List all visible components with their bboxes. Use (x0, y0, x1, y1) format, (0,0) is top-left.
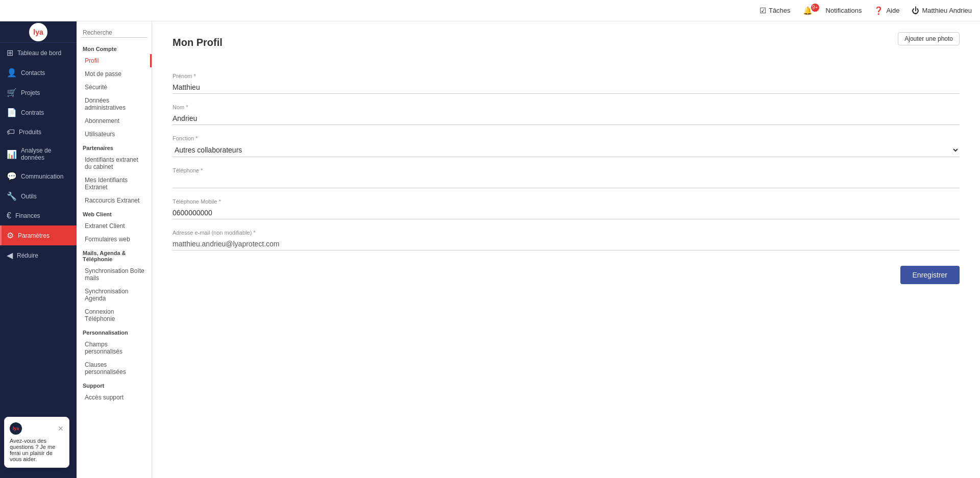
section-title-personnalisation: Personnalisation (77, 325, 152, 338)
add-photo-button[interactable]: Ajouter une photo (898, 32, 960, 45)
tasks-label: Tâches (769, 7, 791, 14)
user-menu[interactable]: ⏻ Matthieu Andrieu (912, 6, 972, 15)
chat-close-button[interactable]: ✕ (58, 424, 64, 433)
sidebar-item-outils[interactable]: 🔧 Outils (0, 186, 77, 206)
sidebar-label-tableau-de-bord: Tableau de bord (17, 49, 61, 57)
sidebar-logo: lya (0, 21, 77, 43)
email-label: Adresse e-mail (non modifiable) * (173, 230, 960, 236)
sec-item-acces-support[interactable]: Accès support (77, 391, 152, 404)
sidebar-label-produits: Produits (19, 129, 41, 136)
email-field: Adresse e-mail (non modifiable) * (173, 230, 960, 250)
sidebar-label-parametres: Paramètres (18, 232, 50, 239)
chat-bubble: lya ✕ Avez-vous des questions ? Je me fe… (4, 417, 69, 468)
sidebar-item-produits[interactable]: 🏷 Produits (0, 122, 77, 142)
fonction-label: Fonction * (173, 135, 960, 141)
notifications-button[interactable]: 🔔 9+ Notifications (803, 6, 862, 15)
email-input (173, 238, 960, 250)
sec-item-donnees-admin[interactable]: Données administratives (77, 94, 152, 114)
sec-item-identifiants-extranet[interactable]: Identifiants extranet du cabinet (77, 153, 152, 173)
help-icon: ❓ (874, 6, 884, 15)
sidebar-label-contacts: Contacts (21, 69, 45, 77)
sec-item-profil[interactable]: Profil (77, 54, 152, 67)
prenom-input[interactable] (173, 81, 960, 94)
power-icon: ⏻ (912, 6, 919, 15)
grid-icon: ⊞ (7, 48, 13, 58)
prenom-field: Prénom * (173, 73, 960, 94)
communication-icon: 💬 (7, 171, 17, 181)
sec-item-clauses-personnalisees[interactable]: Clauses personnalisées (77, 358, 152, 379)
left-sidebar: lya ⊞ Tableau de bord 👤 Contacts 🛒 Proje… (0, 21, 77, 478)
telephone-field: Téléphone * (173, 167, 960, 188)
sidebar-label-outils: Outils (21, 193, 37, 200)
contacts-icon: 👤 (7, 68, 17, 78)
fonction-select[interactable]: Autres collaborateurs (173, 143, 960, 157)
telephone-label: Téléphone * (173, 167, 960, 173)
sidebar-item-tableau-de-bord[interactable]: ⊞ Tableau de bord (0, 43, 77, 63)
sec-item-formulaires-web[interactable]: Formulaires web (77, 233, 152, 246)
section-title-web-client: Web Client (77, 207, 152, 219)
sidebar-item-parametres[interactable]: ⚙ Paramètres (0, 225, 77, 245)
section-title-mon-compte: Mon Compte (77, 42, 152, 54)
telephone-mobile-input[interactable] (173, 207, 960, 219)
page-title: Mon Profil (173, 37, 223, 48)
produits-icon: 🏷 (7, 128, 15, 137)
sidebar-label-communication: Communication (21, 173, 63, 180)
section-title-mails: Mails, Agenda & Téléphonie (77, 246, 152, 264)
sidebar-item-communication[interactable]: 💬 Communication (0, 166, 77, 186)
sec-item-extranet-client[interactable]: Extranet Client (77, 219, 152, 233)
sidebar-label-projets: Projets (21, 89, 40, 96)
sidebar-item-contrats[interactable]: 📄 Contrats (0, 103, 77, 122)
notifications-label: Notifications (826, 7, 862, 14)
tasks-icon: ☑ (760, 6, 766, 15)
sec-item-champs-personnalises[interactable]: Champs personnalisés (77, 338, 152, 358)
sidebar-label-analyse: Analyse de données (21, 147, 71, 161)
chat-bubble-header: lya ✕ (10, 422, 64, 435)
search-input[interactable] (81, 28, 148, 38)
sidebar-item-finances[interactable]: € Finances (0, 206, 77, 225)
outils-icon: 🔧 (7, 191, 17, 201)
sidebar-item-projets[interactable]: 🛒 Projets (0, 83, 77, 103)
sec-item-connexion-tel[interactable]: Connexion Téléphonie (77, 305, 152, 325)
sec-item-utilisateurs[interactable]: Utilisateurs (77, 128, 152, 141)
nom-label: Nom * (173, 104, 960, 110)
section-title-partenaires: Partenaires (77, 141, 152, 153)
sidebar-item-analyse[interactable]: 📊 Analyse de données (0, 142, 77, 166)
sidebar-item-reduire[interactable]: ◀ Réduire (0, 245, 77, 265)
user-name-label: Matthieu Andrieu (922, 7, 972, 14)
parametres-icon: ⚙ (7, 231, 14, 240)
chat-logo: lya (10, 422, 22, 435)
topbar-right: ☑ Tâches 🔔 9+ Notifications ❓ Aide ⏻ Mat… (760, 6, 972, 15)
nom-field: Nom * (173, 104, 960, 125)
analyse-icon: 📊 (7, 149, 17, 159)
prenom-label: Prénom * (173, 73, 960, 79)
nom-input[interactable] (173, 112, 960, 125)
sec-item-mot-de-passe[interactable]: Mot de passe (77, 67, 152, 81)
chat-bubble-text: Avez-vous des questions ? Je me ferai un… (10, 438, 64, 462)
help-button[interactable]: ❓ Aide (874, 6, 899, 15)
sec-item-mes-identifiants[interactable]: Mes Identifiants Extranet (77, 173, 152, 194)
telephone-input[interactable] (173, 175, 960, 188)
finances-icon: € (7, 211, 11, 220)
contrats-icon: 📄 (7, 108, 17, 117)
sidebar-item-contacts[interactable]: 👤 Contacts (0, 63, 77, 83)
sec-item-synchro-agenda[interactable]: Synchronisation Agenda (77, 285, 152, 305)
notifications-badge: 9+ (811, 4, 819, 12)
tasks-button[interactable]: ☑ Tâches (760, 6, 791, 15)
logo-text: lya (33, 28, 43, 36)
sec-item-raccourcis-extranet[interactable]: Raccourcis Extranet (77, 194, 152, 207)
sec-item-abonnement[interactable]: Abonnement (77, 114, 152, 128)
main-content: Mon Profil Ajouter une photo Prénom * No… (152, 21, 980, 478)
help-label: Aide (886, 7, 899, 14)
main-layout: lya ⊞ Tableau de bord 👤 Contacts 🛒 Proje… (0, 21, 980, 478)
save-button[interactable]: Enregistrer (900, 266, 960, 284)
secondary-sidebar: Mon Compte Profil Mot de passe Sécurité … (77, 21, 152, 478)
chat-logo-text: lya (13, 426, 19, 431)
section-title-support: Support (77, 379, 152, 391)
sec-item-securite[interactable]: Sécurité (77, 81, 152, 94)
sec-item-synchro-boite[interactable]: Synchronisation Boîte mails (77, 264, 152, 285)
logo: lya (29, 23, 47, 41)
reduire-icon: ◀ (7, 250, 13, 260)
fonction-field: Fonction * Autres collaborateurs (173, 135, 960, 157)
topbar: ☑ Tâches 🔔 9+ Notifications ❓ Aide ⏻ Mat… (0, 0, 980, 21)
sidebar-label-finances: Finances (15, 212, 40, 219)
